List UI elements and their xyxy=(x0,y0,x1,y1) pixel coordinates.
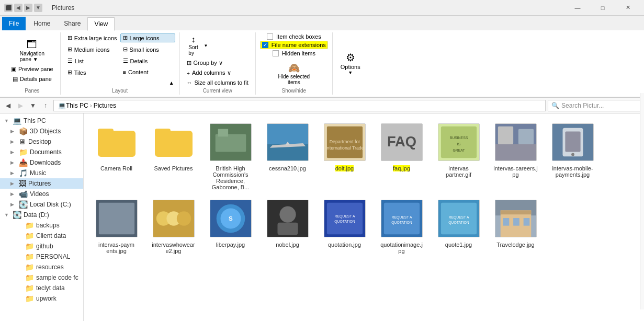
details-button[interactable]: ☰ Details xyxy=(120,56,175,65)
item-check-boxes-toggle[interactable]: Item check boxes xyxy=(267,33,321,40)
options-button[interactable]: ⚙ Options ▼ xyxy=(337,50,364,77)
sidebar-item-this-pc[interactable]: ▼ 💻 This PC xyxy=(0,116,83,126)
file-item-intervas-careers[interactable]: intervas-careers.jpg xyxy=(488,119,543,193)
file-item-quote1[interactable]: REQUEST A QUOTATION quote1.jpg xyxy=(431,195,486,257)
forward-button[interactable]: ▶ xyxy=(15,100,26,111)
main-area: ▼ 💻 This PC ▶ 📦 3D Objects ▶ 🖥 Desktop ▶… xyxy=(0,113,644,321)
file-item-camera-roll[interactable]: Camera Roll xyxy=(89,119,144,193)
recent-icon[interactable]: ▼ xyxy=(34,4,42,12)
file-name-quotationimage: quotationimage.jpg xyxy=(380,242,423,254)
address-path[interactable]: 💻 This PC › Pictures xyxy=(53,100,546,111)
sort-by-button[interactable]: ↕ Sortby xyxy=(184,33,203,58)
sidebar-item-desktop[interactable]: ▶ 🖥 Desktop xyxy=(0,136,83,147)
file-item-cessna[interactable]: cessna210.jpg xyxy=(260,119,315,193)
this-pc-expander[interactable]: ▼ xyxy=(4,118,10,123)
preview-pane-button[interactable]: ▣ Preview pane xyxy=(8,65,56,74)
3d-objects-expander[interactable]: ▶ xyxy=(10,129,17,134)
sidebar-item-github[interactable]: ▶ 📁 github xyxy=(0,241,83,251)
file-item-faq[interactable]: FAQ faq.jpg xyxy=(374,119,429,193)
sidebar-item-resources[interactable]: ▶ 📁 resources xyxy=(0,262,83,272)
group-by-button[interactable]: ⊞ Group by ∨ xyxy=(184,59,225,67)
img-thumb-quotationimage: REQUEST A QUOTATION xyxy=(381,200,423,237)
add-columns-button[interactable]: + Add columns ∨ xyxy=(184,68,234,77)
sidebar-item-sample-code[interactable]: ▶ 📁 sample code fc xyxy=(0,272,83,283)
show-hide-label: Show/hide xyxy=(281,87,306,94)
list-button[interactable]: ☰ List xyxy=(65,56,120,65)
file-item-intervas-partner[interactable]: BUSINESS IS GREAT intervaspartner.gif xyxy=(431,119,486,193)
sidebar-item-teclyt-data[interactable]: ▶ 📁 teclyt data xyxy=(0,283,83,293)
img-thumb-intervas-careers xyxy=(495,123,537,161)
local-disk-c-expander[interactable]: ▶ xyxy=(10,202,17,207)
large-icons-button[interactable]: ⊞ Large icons xyxy=(120,33,175,42)
tiles-button[interactable]: ⊞ Tiles xyxy=(65,68,120,77)
up-button[interactable]: ↑ xyxy=(40,100,51,111)
documents-expander[interactable]: ▶ xyxy=(10,150,17,155)
back-button[interactable]: ◀ xyxy=(2,100,14,111)
sort-by-dropdown[interactable]: ▼ xyxy=(203,33,210,58)
sidebar-item-pictures[interactable]: ▶ 🖼 Pictures xyxy=(0,178,83,189)
extra-large-icons-button[interactable]: ⊞ Extra large icons xyxy=(65,33,120,42)
sidebar-item-data-d[interactable]: ▼ 💽 Data (D:) xyxy=(0,210,83,220)
file-item-saved-pictures[interactable]: Saved Pictures xyxy=(146,119,201,193)
hidden-items-toggle[interactable]: Hidden items xyxy=(273,50,315,56)
forward-quick-icon[interactable]: ▶ xyxy=(24,4,32,12)
sidebar-item-client-data[interactable]: ▶ 📁 Client data xyxy=(0,231,83,241)
sidebar-item-upwork[interactable]: ▶ 📁 upwork xyxy=(0,293,83,304)
downloads-expander[interactable]: ▶ xyxy=(10,160,17,165)
file-item-travelodge[interactable]: Travelodge.jpg xyxy=(488,195,543,257)
tab-home[interactable]: Home xyxy=(27,17,57,30)
desktop-expander[interactable]: ▶ xyxy=(10,139,17,144)
data-d-expander[interactable]: ▼ xyxy=(4,212,10,217)
sidebar-item-personal[interactable]: ▶ 📁 PERSONAL xyxy=(0,251,83,262)
close-button[interactable]: ✕ xyxy=(616,0,640,16)
size-all-columns-button[interactable]: ↔ Size all columns to fit xyxy=(184,78,251,87)
file-item-quotation[interactable]: REQUEST A QUOTATION quotation.jpg xyxy=(317,195,372,257)
sidebar-item-backups[interactable]: ▶ 📁 backups xyxy=(0,220,83,231)
tab-file[interactable]: File xyxy=(2,17,26,30)
sidebar-item-local-disk-c[interactable]: ▶ 💽 Local Disk (C:) xyxy=(0,199,83,210)
pictures-expander[interactable]: ▶ xyxy=(10,181,17,186)
details-pane-button[interactable]: ▤ Details pane xyxy=(10,75,54,84)
recent-locations-button[interactable]: ▼ xyxy=(27,100,39,111)
medium-icons-button[interactable]: ⊞ Medium icons xyxy=(65,45,120,54)
sidebar-item-documents[interactable]: ▶ 📁 Documents xyxy=(0,147,83,157)
sidebar: ▼ 💻 This PC ▶ 📦 3D Objects ▶ 🖥 Desktop ▶… xyxy=(0,113,84,321)
maximize-button[interactable]: □ xyxy=(591,0,615,16)
file-item-doit[interactable]: Department for International Trade doit.… xyxy=(317,119,372,193)
panes-group-content: 🗔 Navigationpane ▼ ▣ Preview pane ▤ Deta… xyxy=(8,33,56,87)
content-label: Content xyxy=(128,69,149,75)
hide-selected-items-button[interactable]: 🙈 Hide selecteditems xyxy=(275,61,314,87)
file-item-intervas-payments[interactable]: intervas-payments.jpg xyxy=(89,195,144,257)
add-columns-label: Add columns ∨ xyxy=(192,70,231,76)
small-icons-button[interactable]: ⊟ Small icons xyxy=(120,45,175,54)
details-pane-label: Details pane xyxy=(20,76,52,82)
videos-expander[interactable]: ▶ xyxy=(10,191,17,197)
tab-share[interactable]: Share xyxy=(57,17,87,30)
sidebar-item-3d-objects[interactable]: ▶ 📦 3D Objects xyxy=(0,126,83,136)
this-pc-icon: 💻 xyxy=(13,117,21,125)
path-this-pc[interactable]: This PC xyxy=(66,102,88,109)
file-item-british-high[interactable]: British HighCommission'sResidence,Gaboro… xyxy=(203,119,258,193)
svg-rect-40 xyxy=(326,203,362,234)
client-data-icon: 📁 xyxy=(25,232,34,240)
minimize-button[interactable]: — xyxy=(566,0,590,16)
music-expander[interactable]: ▶ xyxy=(10,170,17,176)
tiles-icon: ⊞ xyxy=(67,69,72,76)
file-name-extensions-toggle[interactable]: File name extensions xyxy=(260,41,328,49)
file-item-intervas-mobile[interactable]: intervas-mobile-payments.jpg xyxy=(545,119,600,193)
navigation-pane-button[interactable]: 🗔 Navigationpane ▼ xyxy=(16,37,48,64)
desktop-icon: 🖥 xyxy=(19,137,26,146)
sidebar-item-downloads[interactable]: ▶ 📥 Downloads xyxy=(0,157,83,168)
search-box[interactable]: 🔍 Search Pictur... xyxy=(548,100,642,111)
file-item-nobel[interactable]: nobel.jpg xyxy=(260,195,315,257)
file-item-intervaswhoweare[interactable]: intervaswhoweare2.jpg xyxy=(146,195,201,257)
sidebar-item-music[interactable]: ▶ 🎵 Music xyxy=(0,168,83,178)
layout-scroll-up[interactable]: ▲ xyxy=(168,79,175,87)
title-bar: ⬛ ◀ ▶ ▼ Pictures — □ ✕ xyxy=(0,0,644,16)
file-item-quotationimage[interactable]: REQUEST A QUOTATION quotationimage.jpg xyxy=(374,195,429,257)
sidebar-item-videos[interactable]: ▶ 📹 Videos xyxy=(0,189,83,199)
back-quick-icon[interactable]: ◀ xyxy=(14,4,22,12)
content-button[interactable]: ≡ Content xyxy=(120,68,175,76)
file-item-liberpay[interactable]: S liberpay.jpg xyxy=(203,195,258,257)
tab-view[interactable]: View xyxy=(87,17,115,31)
